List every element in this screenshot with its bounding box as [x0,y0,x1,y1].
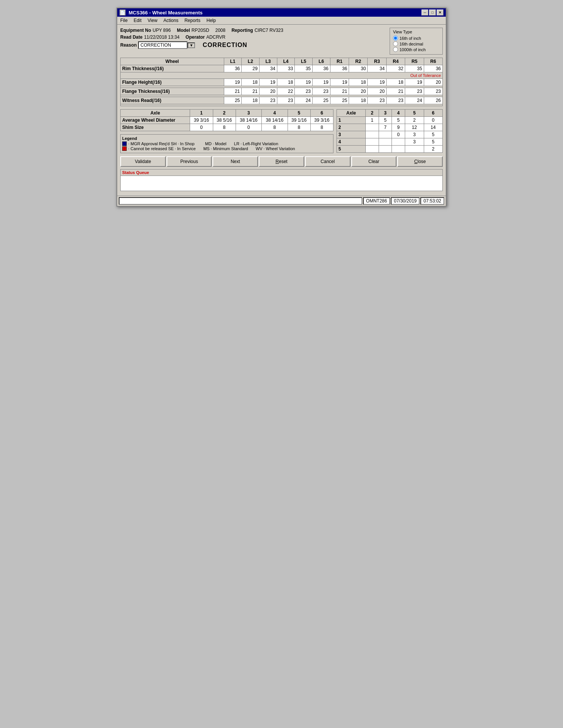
table-cell[interactable]: 18 [386,79,405,86]
table-cell[interactable]: 21 [330,88,349,95]
table-cell[interactable]: 23 [386,97,405,104]
close-button[interactable]: ✕ [437,9,443,16]
radio-16th-inch-input[interactable] [393,36,398,41]
operator-label: Operator [186,35,205,40]
next-button[interactable]: Next [212,156,258,167]
table-cell[interactable]: 29 [242,65,259,72]
table-cell[interactable]: 19 [368,79,386,86]
minimize-button[interactable]: ─ [421,9,428,16]
table-cell[interactable]: 18 [349,97,368,104]
table-row: 435 [337,138,443,146]
table-cell[interactable]: 19 [405,79,424,86]
status-queue: Status Queue [120,169,443,191]
table-cell[interactable]: 34 [259,65,277,72]
axle-r-col-2: 2 [365,110,379,117]
table-cell[interactable]: 36 [330,65,349,72]
table-cell[interactable]: 18 [349,79,368,86]
reason-row: Reason CORRECTION ▼ CORRECTION [120,41,387,49]
table-cell[interactable]: 19 [330,79,349,86]
table-cell[interactable]: 38 14/16 [262,117,288,124]
table-cell[interactable]: 24 [405,97,424,104]
table-cell[interactable]: 38 14/16 [236,117,261,124]
table-cell[interactable]: 30 [349,65,368,72]
table-cell[interactable]: 32 [386,65,405,72]
table-cell[interactable]: 36 [224,65,242,72]
axle-col-3: 3 [236,110,261,117]
radio-16th-inch[interactable]: 16th of inch [393,36,439,41]
table-cell[interactable]: 19 [224,79,242,86]
table-cell[interactable]: 23 [424,88,442,95]
table-cell[interactable]: 20 [349,88,368,95]
table-cell[interactable]: 34 [368,65,386,72]
menu-reports[interactable]: Reports [184,18,200,23]
operator-value: ADCRVR [206,35,225,40]
validate-button[interactable]: Validate [120,156,166,167]
close-button-main[interactable]: Close [397,156,443,167]
table-cell[interactable]: 39 1/16 [288,117,310,124]
table-cell[interactable]: 21 [386,88,405,95]
radio-1000th-inch-input[interactable] [393,47,398,52]
table-cell[interactable]: 21 [224,88,242,95]
row-label: Flange Height(/16) [121,79,224,86]
table-cell[interactable]: 0 [236,124,261,131]
table-cell[interactable]: 26 [424,97,442,104]
table-cell: 14 [424,124,443,131]
radio-1000th-inch-label: 1000th of inch [399,47,426,52]
app-icon: 📄 [120,9,126,16]
axle-num: 3 [337,131,366,138]
table-cell[interactable]: 0 [190,124,213,131]
table-cell[interactable]: 20 [424,79,442,86]
table-cell[interactable]: 18 [277,79,295,86]
table-cell[interactable]: 25 [313,97,330,104]
table-cell[interactable]: 23 [368,97,386,104]
status-queue-label: Status Queue [121,169,442,176]
table-cell[interactable]: 35 [405,65,424,72]
table-cell[interactable]: 36 [313,65,330,72]
reason-input[interactable]: CORRECTION [138,41,187,49]
reason-dropdown[interactable]: ▼ [187,42,195,48]
status-date: 07/30/2019 [391,197,420,205]
table-cell[interactable]: 35 [295,65,313,72]
table-cell[interactable]: 23 [295,88,313,95]
table-cell[interactable]: 21 [242,88,259,95]
table-cell[interactable]: 24 [295,97,313,104]
table-cell[interactable]: 25 [224,97,242,104]
table-cell[interactable]: 36 [424,65,442,72]
menu-help[interactable]: Help [206,18,216,23]
table-cell[interactable]: 20 [259,88,277,95]
menu-view[interactable]: View [148,18,157,23]
table-cell[interactable]: 39 3/16 [190,117,213,124]
menu-edit[interactable]: Edit [134,18,142,23]
table-cell[interactable]: 25 [330,97,349,104]
clear-button[interactable]: Clear [351,156,397,167]
col-r3: R3 [368,58,386,65]
table-cell[interactable]: 23 [313,88,330,95]
cancel-button[interactable]: Cancel [305,156,351,167]
reason-label: Reason [120,42,137,48]
table-cell[interactable]: 22 [277,88,295,95]
table-cell[interactable]: 20 [368,88,386,95]
table-cell[interactable]: 23 [405,88,424,95]
table-cell[interactable]: 19 [295,79,313,86]
table-cell[interactable]: 8 [213,124,236,131]
table-cell[interactable]: 19 [259,79,277,86]
table-cell[interactable]: 19 [313,79,330,86]
previous-button[interactable]: Previous [167,156,212,167]
maximize-button[interactable]: □ [429,9,436,16]
menu-actions[interactable]: Actions [164,18,178,23]
table-cell[interactable]: 18 [242,79,259,86]
table-cell[interactable]: 8 [262,124,288,131]
table-cell[interactable]: 8 [288,124,310,131]
table-cell[interactable]: 39 3/16 [310,117,333,124]
table-cell[interactable]: 18 [242,97,259,104]
radio-1000th-inch[interactable]: 1000th of inch [393,47,439,52]
reset-button[interactable]: Reset [259,156,304,167]
table-cell[interactable]: 38 5/16 [213,117,236,124]
table-cell[interactable]: 33 [277,65,295,72]
radio-16th-decimal-input[interactable] [393,41,398,46]
table-cell[interactable]: 23 [259,97,277,104]
radio-16th-decimal[interactable]: 16th decimal [393,41,439,46]
table-cell[interactable]: 8 [310,124,333,131]
table-cell[interactable]: 23 [277,97,295,104]
menu-file[interactable]: File [120,18,127,23]
